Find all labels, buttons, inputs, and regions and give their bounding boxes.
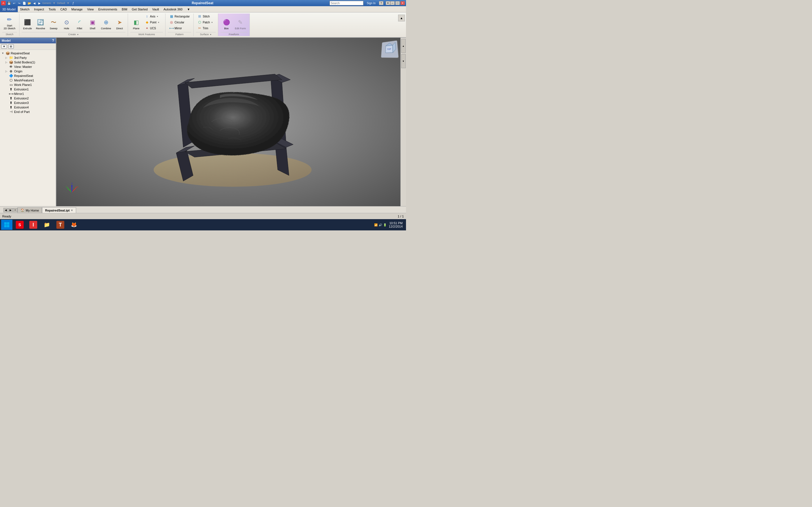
patch-btn[interactable]: ⬡ Patch ▼ <box>196 19 216 25</box>
textpad-icon: T <box>56 221 64 229</box>
tray-battery: 🔋 <box>383 223 387 226</box>
sweep-btn[interactable]: 〜 Sweep <box>48 17 59 31</box>
taskbar-textpad-btn[interactable]: T <box>54 220 66 230</box>
tree-item-work-plane1[interactable]: ▭ Work Plane1 <box>0 82 56 87</box>
tab-repairedseat[interactable]: RepairedSeat.ipt ✕ <box>42 207 76 213</box>
menu-manage[interactable]: Manage <box>69 6 85 12</box>
tree-label: End of Part <box>14 110 30 114</box>
menu-autodesk360[interactable]: Autodesk 360 <box>161 6 185 12</box>
start-button[interactable] <box>1 220 12 230</box>
svg-text:Y: Y <box>66 186 67 188</box>
tree-item-mirror1[interactable]: ⟷ Mirror1 <box>0 92 56 96</box>
close-btn[interactable]: ✕ <box>400 1 405 5</box>
tree-item-end-of-part[interactable]: ⊣ End of Part <box>0 110 56 114</box>
vp-scroll-up[interactable]: ▲ <box>401 39 406 53</box>
trim-btn[interactable]: ✂ Trim <box>196 25 216 31</box>
taskbar-firefox-btn[interactable]: 🦊 <box>68 220 80 230</box>
tree-item-extrusion3[interactable]: ⬆ Extrusion3 <box>0 101 56 105</box>
edit-form-btn[interactable]: ✎ Edit Form <box>234 17 247 31</box>
vp-scroll-down[interactable]: ▼ <box>401 54 406 68</box>
new-quick-btn[interactable]: 📄 <box>22 1 27 5</box>
view-cube[interactable]: TOP <box>381 40 399 58</box>
tree-item-repairedseat[interactable]: 🔷 RepairedSeat <box>0 73 56 78</box>
save-quick-btn[interactable]: 💾 <box>7 1 11 5</box>
tree-item-mesh-feature1[interactable]: ⬡ MeshFeature1 <box>0 78 56 82</box>
viewport[interactable]: TOP X Y Z ▲ ▼ <box>56 38 406 206</box>
tab-close-btn[interactable]: ✕ <box>71 209 73 212</box>
rectangular-btn[interactable]: ▦ Rectangular <box>168 13 191 19</box>
tree-label: View: Master <box>14 65 32 68</box>
point-btn[interactable]: ◆ Point ▼ <box>143 19 163 25</box>
undo-quick-btn[interactable]: ↩ <box>12 1 16 5</box>
nav-fwd-btn[interactable]: ▶ <box>37 1 42 5</box>
menu-vault[interactable]: Vault <box>150 6 161 12</box>
extrude-btn[interactable]: ⬛ Extrude <box>22 17 34 31</box>
menu-more[interactable]: ▼ <box>185 6 192 12</box>
search-input[interactable] <box>329 1 363 5</box>
tab-my-home[interactable]: 🏠 My Home <box>17 207 42 213</box>
trim-icon: ✂ <box>197 26 202 31</box>
menu-bim[interactable]: BIM <box>119 6 130 12</box>
menu-3dmodel[interactable]: 3D Model <box>0 6 18 12</box>
tree-item-solid-bodies[interactable]: ▷ 📦 Solid Bodies(1) <box>0 60 56 64</box>
stitch-btn[interactable]: ⊞ Stitch <box>196 13 216 19</box>
menu-view[interactable]: View <box>85 6 96 12</box>
svg-rect-24 <box>4 222 7 225</box>
filter-btn[interactable]: ▼ <box>1 44 7 49</box>
svg-rect-26 <box>4 225 7 228</box>
circular-btn[interactable]: ◎ Circular <box>168 19 191 25</box>
tab-new[interactable]: + <box>13 208 17 212</box>
model-tree: ▼ 📦 RepairedSeat ▷ 📁 3rd Party ▷ 📦 Solid… <box>0 50 56 206</box>
direct-label: Direct <box>116 27 123 30</box>
tab-nav-left[interactable]: ◀ <box>3 208 8 212</box>
ucs-btn[interactable]: ⌖ UCS <box>143 25 163 31</box>
tree-item-extrusion1[interactable]: ⬆ Extrusion1 <box>0 87 56 92</box>
start-2d-sketch-btn[interactable]: ✏ Start2D Sketch <box>2 14 17 31</box>
taskbar-autodesk-sw-btn[interactable]: S <box>13 220 26 230</box>
restore-btn[interactable]: □ <box>395 1 400 5</box>
fillet-btn[interactable]: ◜ Fillet <box>73 17 86 31</box>
tree-label: Work Plane1 <box>14 83 32 87</box>
combine-btn[interactable]: ⊕ Combine <box>100 17 112 31</box>
box-btn[interactable]: 🟣 Box <box>220 17 232 31</box>
menu-inspect[interactable]: Inspect <box>32 6 46 12</box>
expand-all-btn[interactable]: ⊞ <box>8 44 14 49</box>
nav-back-btn[interactable]: ◀ <box>32 1 37 5</box>
close-x-btn[interactable]: ✕ <box>386 1 390 5</box>
axis-btn[interactable]: ↕ Axis ▼ <box>143 13 163 19</box>
tree-item-repairedseat-root[interactable]: ▼ 📦 RepairedSeat <box>0 51 56 55</box>
tree-item-origin[interactable]: ▷ ⊕ Origin <box>0 69 56 73</box>
taskbar-clock[interactable]: 10:51 PM 12/2/2014 <box>389 221 405 228</box>
sign-in-btn[interactable]: Sign In <box>366 2 377 5</box>
hole-btn[interactable]: ⊙ Hole <box>61 17 72 31</box>
menu-cad[interactable]: CAD <box>58 6 69 12</box>
shell-label: Shell <box>90 27 95 30</box>
revolve-btn[interactable]: 🔄 Revolve <box>35 17 47 31</box>
taskbar-explorer-btn[interactable]: 📁 <box>41 220 53 230</box>
collapse-ribbon-btn[interactable]: ▲ <box>398 15 405 21</box>
taskbar-inventor-btn[interactable]: I <box>27 220 40 230</box>
formula-btn[interactable]: ƒ <box>71 1 75 5</box>
menu-environments[interactable]: Environments <box>96 6 119 12</box>
tree-item-extrusion4[interactable]: ⬆ Extrusion4 <box>0 105 56 110</box>
mirror-btn[interactable]: ⟷ Mirror <box>168 25 191 31</box>
menu-sketch[interactable]: Sketch <box>18 6 32 12</box>
viewport-resize-handle[interactable] <box>56 38 400 40</box>
tree-item-extrusion2[interactable]: ⬆ Extrusion2 <box>0 96 56 101</box>
shell-btn[interactable]: ▣ Shell <box>87 17 98 31</box>
sweep-label: Sweep <box>50 27 57 30</box>
menu-tools[interactable]: Tools <box>46 6 58 12</box>
model-panel-help-btn[interactable]: ? <box>52 39 54 43</box>
plane-btn[interactable]: ◧ Plane <box>130 17 142 31</box>
mirror-icon: ⟷ <box>169 26 174 31</box>
tab-nav-right[interactable]: ▶ <box>8 208 13 212</box>
open-quick-btn[interactable]: 📂 <box>27 1 32 5</box>
menu-get-started[interactable]: Get Started <box>130 6 150 12</box>
direct-btn[interactable]: ➤ Direct <box>114 17 125 31</box>
trim-label: Trim <box>203 27 208 30</box>
tree-item-3rdparty[interactable]: ▷ 📁 3rd Party <box>0 55 56 60</box>
help-btn[interactable]: ? <box>379 1 384 5</box>
tree-item-view-master[interactable]: 👁 View: Master <box>0 64 56 69</box>
minimize-btn[interactable]: ─ <box>390 1 395 5</box>
redo-quick-btn[interactable]: ↪ <box>17 1 21 5</box>
